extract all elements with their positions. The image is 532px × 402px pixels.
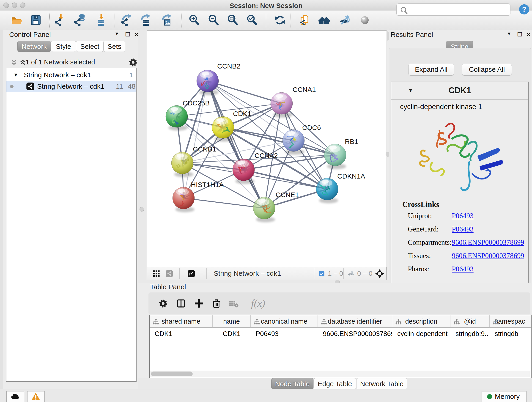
column-header-shared-name[interactable]: shared name — [150, 315, 213, 327]
cdk1-result-section: ▼ CDK1 cyclin-dependent kinase 1 CrossLi… — [391, 82, 529, 284]
tab-network[interactable]: Network — [17, 41, 51, 52]
crosslink-link[interactable]: 9606.ENSP00000378699 — [452, 252, 524, 260]
tab-node-table[interactable]: Node Table — [271, 378, 313, 389]
cell-namespac[interactable]: stringdb — [495, 328, 530, 339]
control-panel-menu-icon[interactable]: ▼ — [114, 31, 119, 36]
import-network-button[interactable] — [54, 14, 66, 27]
tab-network-table[interactable]: Network Table — [356, 378, 407, 389]
vertical-splitter-handle[interactable] — [139, 207, 144, 211]
tab-select[interactable]: Select — [76, 41, 104, 52]
svg-text:?: ? — [522, 5, 526, 13]
crosslink-row: GeneCard:P06493 — [408, 225, 527, 233]
open-session-button[interactable] — [11, 14, 23, 27]
add-column-icon[interactable] — [193, 298, 204, 309]
cell-@id[interactable]: stringdb:9... — [456, 328, 489, 339]
control-panel-float-icon[interactable]: □ — [126, 30, 130, 38]
refresh-button[interactable] — [273, 14, 286, 27]
collapse-all-button[interactable]: Collapse All — [462, 64, 512, 76]
zoom-selected-button[interactable] — [246, 14, 259, 27]
delete-column-icon[interactable] — [211, 298, 222, 309]
table-toolbar: f(x) — [148, 293, 530, 314]
crosslinks-title: CrossLinks — [402, 200, 439, 209]
cell-database-identifier[interactable]: 9606.ENSP00000378699 — [323, 328, 392, 339]
table-hscrollbar-thumb[interactable] — [151, 371, 193, 376]
cloud-button[interactable] — [6, 391, 24, 402]
column-header-@id[interactable]: @id — [450, 315, 490, 327]
export-view-icon[interactable] — [187, 269, 196, 278]
help-button[interactable]: ? — [518, 3, 530, 15]
grid-view-icon[interactable] — [152, 269, 161, 278]
warnings-button[interactable] — [27, 391, 45, 402]
crosslink-label: Uniprot: — [408, 212, 432, 220]
table-options-gear-icon[interactable] — [158, 298, 169, 309]
selected-checkbox-icon[interactable] — [318, 270, 325, 277]
crosslink-label: Tissues: — [408, 252, 431, 260]
toolbar-separator — [49, 13, 50, 27]
import-table-button[interactable] — [94, 14, 107, 27]
zoom-in-button[interactable] — [188, 14, 201, 27]
network-options-gear-icon[interactable] — [128, 57, 139, 68]
section-title: CDK1 — [391, 86, 528, 95]
node-label: CCNB2 — [217, 62, 241, 70]
control-panel-close-icon[interactable]: × — [134, 30, 139, 39]
graphics-detail-button[interactable] — [358, 14, 371, 27]
crosslink-link[interactable]: P06493 — [452, 265, 474, 273]
collection-disclosure-icon[interactable]: ▼ — [13, 69, 18, 81]
show-column-panel-icon[interactable] — [176, 298, 186, 309]
share-network-icon[interactable] — [165, 269, 173, 278]
search-input[interactable] — [409, 5, 506, 14]
column-header-namespac[interactable]: namespac — [490, 315, 530, 327]
collection-count: 1 — [129, 69, 133, 81]
zoom-out-button[interactable] — [207, 14, 220, 27]
crosslink-link[interactable]: P06493 — [452, 212, 474, 220]
results-panel-menu-icon[interactable]: ▼ — [507, 31, 511, 36]
hide-selected-button[interactable] — [338, 14, 351, 27]
search-field[interactable] — [396, 3, 510, 16]
export-image-button[interactable] — [160, 14, 173, 27]
table-hscrollbar[interactable] — [150, 370, 530, 377]
expand-all-button[interactable]: Expand All — [408, 64, 454, 76]
table-panel: Table Panel f(x) shared namenamecanonica… — [138, 283, 532, 378]
results-panel-float-icon[interactable]: □ — [518, 30, 522, 38]
results-panel-close-icon[interactable]: × — [526, 30, 531, 39]
node-label: CCNB1 — [193, 145, 216, 153]
cdk1-section-header[interactable]: ▼ CDK1 — [391, 82, 528, 100]
column-header-canonical-name[interactable]: canonical name — [251, 315, 318, 327]
toolbar-separator — [114, 13, 115, 27]
cell-description[interactable]: cyclin-dependent ... — [397, 328, 450, 339]
network-collection-row[interactable]: ▼ String Network – cdk1 1 — [6, 69, 136, 81]
table-header-row: shared namenamecanonical namedatabase id… — [150, 315, 531, 328]
clone-network-button[interactable] — [298, 14, 311, 27]
first-neighbors-button[interactable] — [318, 14, 331, 27]
crosslink-link[interactable]: 9606.ENSP00000378699 — [452, 238, 524, 247]
memory-button[interactable]: Memory — [481, 391, 526, 402]
node-label: CDK1 — [233, 110, 251, 117]
birdseye-icon[interactable] — [375, 269, 384, 278]
export-table-button[interactable] — [139, 14, 152, 27]
hidden-eye-icon[interactable] — [347, 269, 355, 278]
crosslink-label: Pharos: — [408, 265, 429, 273]
current-network-title: String Network – cdk1 — [214, 269, 281, 277]
tab-sets[interactable]: Sets — [104, 41, 125, 52]
canvas-scrollbar-thumb[interactable] — [387, 32, 389, 41]
save-session-button[interactable] — [29, 14, 42, 27]
tab-edge-table[interactable]: Edge Table — [313, 378, 356, 389]
column-header-database-identifier[interactable]: database identifier — [318, 315, 392, 327]
toolbar-separator — [291, 13, 291, 27]
cell-shared-name[interactable]: CDK1 — [155, 328, 212, 339]
network-node-count: 11 — [116, 81, 123, 92]
import-database-button[interactable] — [73, 14, 86, 27]
cell-canonical-name[interactable]: P06493 — [256, 328, 317, 339]
crosslink-link[interactable]: P06493 — [452, 225, 474, 233]
zoom-fit-button[interactable] — [226, 14, 239, 27]
tab-style[interactable]: Style — [51, 41, 76, 52]
cell-name[interactable]: CDK1 — [213, 328, 251, 339]
network-canvas[interactable]: CCNB2CCNA1CDC25BCDK1CDC6RB1CCNB1CCNA2CDK… — [147, 31, 387, 267]
collapsed-panel-strip[interactable] — [0, 30, 3, 389]
network-row[interactable]: String Network – cdk1 11 48 — [6, 81, 136, 92]
column-header-description[interactable]: description — [392, 315, 450, 327]
node-table[interactable]: shared namenamecanonical namedatabase id… — [149, 315, 532, 378]
export-network-button[interactable] — [120, 14, 133, 27]
column-header-name[interactable]: name — [213, 315, 251, 327]
protein-description: cyclin-dependent kinase 1 — [400, 103, 482, 111]
